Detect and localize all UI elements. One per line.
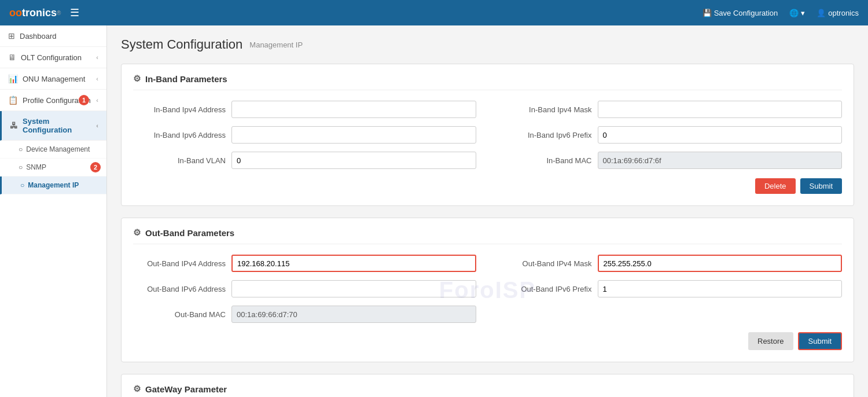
gateway-section-header: ⚙ GateWay Parameter	[133, 384, 842, 397]
inband-form-grid: In-Band Ipv4 Address In-Band Ipv4 Mask I…	[133, 101, 842, 169]
outband-ipv4-mask-input[interactable]	[598, 255, 843, 272]
inband-mac-row: In-Band MAC	[499, 152, 843, 169]
inband-mac-input	[598, 152, 843, 169]
circle-icon: ○	[19, 145, 23, 153]
nav-left: oo tronics ® ☰	[9, 6, 79, 19]
outband-empty-col	[499, 306, 843, 323]
hamburger-icon[interactable]: ☰	[70, 6, 79, 19]
gateway-section: ⚙ GateWay Parameter IPv4 GateWay IPv6 Ga…	[121, 374, 854, 397]
inband-ipv4-mask-row: In-Band Ipv4 Mask	[499, 101, 843, 118]
outband-ipv4-address-input[interactable]	[231, 255, 476, 272]
sidebar-item-olt-label: OLT Configuration	[21, 53, 82, 62]
inband-icon: ⚙	[133, 73, 141, 84]
inband-vlan-input[interactable]	[231, 152, 476, 169]
inband-vlan-row: In-Band VLAN	[133, 152, 476, 169]
chevron-system-icon: ‹	[96, 122, 98, 129]
sidebar-item-onu-label: ONU Management	[23, 75, 85, 83]
profile-icon: 📋	[8, 95, 18, 105]
inband-delete-button[interactable]: Delete	[755, 178, 796, 194]
outband-section: ForoISP ⚙ Out-Band Parameters Out-Band I…	[121, 218, 854, 362]
outband-mac-row: Out-Band MAC	[133, 306, 476, 323]
snmp-badge: 2	[90, 162, 101, 172]
top-navigation: oo tronics ® ☰ 💾 Save Configuration 🌐 ▾ …	[0, 0, 868, 25]
system-icon: 🖧	[10, 121, 18, 130]
outband-ipv6-prefix-input[interactable]	[598, 280, 843, 297]
sidebar-item-system-label: System Configuration	[23, 117, 96, 134]
save-configuration-button[interactable]: 💾 Save Configuration	[703, 9, 778, 17]
profile-badge: 1	[79, 95, 89, 105]
page-header: System Configuration Management IP	[121, 37, 854, 52]
page-title: System Configuration	[121, 37, 242, 52]
user-menu[interactable]: 👤 optronics	[816, 9, 859, 17]
inband-ipv6-address-row: In-Band Ipv6 Address	[133, 126, 476, 144]
sidebar-item-dashboard-label: Dashboard	[20, 32, 57, 41]
sidebar-item-dashboard[interactable]: ⊞ Dashboard	[0, 25, 106, 47]
olt-icon: 🖥	[8, 53, 16, 62]
sidebar-item-system-config[interactable]: 🖧 System Configuration ‹	[0, 111, 106, 141]
outband-ipv6-prefix-label: Out-Band IPv6 Prefix	[499, 285, 592, 293]
outband-btn-row: Restore Submit	[133, 332, 842, 350]
nav-right: 💾 Save Configuration 🌐 ▾ 👤 optronics	[703, 9, 859, 17]
logo-tronics: tronics	[22, 7, 57, 19]
outband-section-header: ⚙ Out-Band Parameters	[133, 227, 842, 244]
chevron-profile-icon: ‹	[96, 97, 98, 104]
sidebar-sub-snmp[interactable]: ○ SNMP 2	[0, 159, 106, 177]
main-layout: ⊞ Dashboard 🖥 OLT Configuration ‹ 📊 ONU …	[0, 25, 868, 397]
outband-form-grid: Out-Band IPv4 Address Out-Band IPv4 Mask…	[133, 255, 842, 323]
inband-mac-label: In-Band MAC	[499, 156, 592, 165]
outband-restore-button[interactable]: Restore	[748, 332, 793, 350]
save-config-label: Save Configuration	[714, 9, 778, 17]
inband-ipv4-mask-label: In-Band Ipv4 Mask	[499, 105, 592, 114]
inband-vlan-label: In-Band VLAN	[133, 156, 226, 165]
inband-ipv6-address-label: In-Band Ipv6 Address	[133, 131, 226, 139]
sidebar-sub-management-ip[interactable]: ○ Management IP	[0, 177, 106, 194]
inband-section-header: ⚙ In-Band Parameters	[133, 73, 842, 90]
inband-ipv6-prefix-input[interactable]	[598, 126, 843, 144]
chevron-onu-icon: ‹	[96, 75, 98, 82]
page-subtitle: Management IP	[249, 41, 303, 49]
gateway-icon: ⚙	[133, 384, 141, 394]
inband-ipv4-address-label: In-Band Ipv4 Address	[133, 105, 226, 114]
outband-title: Out-Band Parameters	[145, 228, 234, 238]
inband-ipv6-prefix-label: In-Band Ipv6 Prefix	[499, 131, 592, 139]
outband-ipv4-address-label: Out-Band IPv4 Address	[133, 259, 226, 268]
outband-icon: ⚙	[133, 227, 141, 238]
management-ip-label: Management IP	[28, 181, 79, 189]
dashboard-icon: ⊞	[8, 31, 15, 41]
sidebar-sub-device-management[interactable]: ○ Device Management	[0, 141, 106, 159]
inband-ipv4-mask-input[interactable]	[598, 101, 843, 118]
globe-button[interactable]: 🌐 ▾	[789, 9, 805, 17]
circle-mgmt-icon: ○	[20, 181, 24, 189]
device-management-label: Device Management	[26, 145, 90, 153]
inband-ipv6-prefix-row: In-Band Ipv6 Prefix	[499, 126, 843, 144]
logo-trademark: ®	[57, 10, 61, 16]
globe-icon: 🌐	[789, 9, 799, 17]
outband-ipv4-mask-row: Out-Band IPv4 Mask	[499, 255, 843, 272]
sidebar-item-olt-config[interactable]: 🖥 OLT Configuration ‹	[0, 47, 106, 68]
onu-icon: 📊	[8, 74, 18, 83]
outband-mac-label: Out-Band MAC	[133, 310, 226, 319]
inband-ipv6-address-input[interactable]	[231, 126, 476, 144]
user-icon: 👤	[816, 9, 826, 17]
inband-submit-button[interactable]: Submit	[800, 178, 842, 194]
inband-btn-row: Delete Submit	[133, 178, 842, 194]
outband-mac-input	[231, 306, 476, 323]
outband-submit-button[interactable]: Submit	[798, 332, 842, 350]
logo-oo: oo	[9, 7, 22, 19]
outband-ipv4-mask-label: Out-Band IPv4 Mask	[499, 259, 592, 268]
sidebar-item-profile-config[interactable]: 📋 Profile Configuration 1 ‹	[0, 90, 106, 111]
sidebar-item-onu-management[interactable]: 📊 ONU Management ‹	[0, 68, 106, 90]
inband-ipv4-address-row: In-Band Ipv4 Address	[133, 101, 476, 118]
save-icon: 💾	[703, 9, 712, 17]
outband-ipv6-prefix-row: Out-Band IPv6 Prefix	[499, 280, 843, 297]
inband-section: ⚙ In-Band Parameters In-Band Ipv4 Addres…	[121, 64, 854, 206]
snmp-label: SNMP	[26, 163, 46, 171]
inband-title: In-Band Parameters	[145, 74, 227, 84]
logo[interactable]: oo tronics ®	[9, 7, 61, 19]
circle-snmp-icon: ○	[19, 163, 23, 171]
gateway-title: GateWay Parameter	[145, 384, 227, 394]
inband-ipv4-address-input[interactable]	[231, 101, 476, 118]
outband-ipv6-address-input[interactable]	[231, 280, 476, 297]
username-label: optronics	[828, 9, 859, 17]
outband-ipv4-address-row: Out-Band IPv4 Address	[133, 255, 476, 272]
